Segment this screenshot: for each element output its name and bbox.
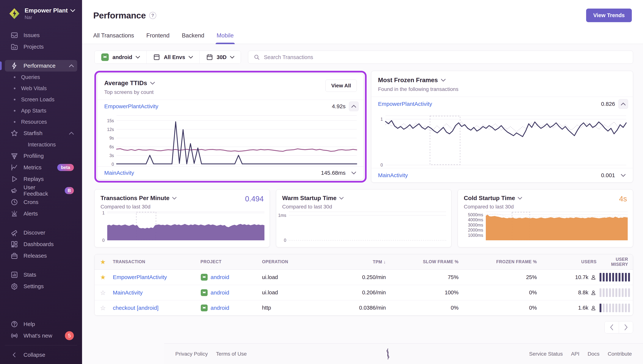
sidebar-item-releases[interactable]: Releases [5,250,77,262]
sidebar-item-metrics[interactable]: Metrics beta [5,162,77,173]
column-header-slow-frame[interactable]: SLOW FRAME % [387,259,460,264]
column-header-transaction[interactable]: TRANSACTION [111,259,199,264]
tpm-chart: 10 [95,210,270,242]
sidebar-item-performance[interactable]: Performance [5,60,77,72]
misery-bar [615,304,617,312]
sidebar-item-label: Settings [24,283,44,290]
star-toggle[interactable]: ☆ [95,289,111,296]
column-header-users[interactable]: USERS [538,259,598,264]
sidebar-item-label: What's new [24,332,52,339]
date-range-filter[interactable]: 30D [199,51,241,64]
axis-tick-label: 3000ms [468,222,483,228]
previous-page-button[interactable] [604,321,619,333]
cold-startup-title-dropdown[interactable]: Cold Startup Time [464,195,522,202]
user-misery-bars [598,273,633,282]
highlighted-widget-ring: Average TTIDs Top screens by count View … [94,71,367,182]
project-link[interactable]: android [211,274,229,280]
sidebar-item-crons[interactable]: Crons [5,196,77,208]
terms-of-use-link[interactable]: Terms of Use [216,351,247,357]
sidebar-item-queries[interactable]: Queries [5,72,77,83]
misery-bar [609,304,611,312]
frozen-frames-title-dropdown[interactable]: Most Frozen Frames [378,76,458,84]
tab-backend[interactable]: Backend [182,32,204,44]
android-project-icon [200,274,208,281]
project-link[interactable]: android [211,305,229,311]
b-badge: B [65,187,74,194]
sidebar-item-label: Projects [24,44,44,50]
tpm-cell: 0.206/min [326,290,387,296]
contribute-link[interactable]: Contribute [608,351,632,357]
operation-cell: ui.load [260,290,326,296]
column-header-project[interactable]: PROJECT [199,259,260,264]
transaction-link[interactable]: EmpowerPlantActivity [113,274,167,280]
column-header-user-misery[interactable]: USER MISERY [598,257,633,267]
frozen-row-mainactivity: MainActivity 0.001 [371,168,633,182]
column-header-tpm[interactable]: TPM ↓ [326,259,387,264]
transaction-link[interactable]: MainActivity [378,172,408,178]
sidebar-item-label: Interactions [28,142,56,148]
avg-ttids-title-dropdown[interactable]: Average TTIDs [104,80,155,86]
project-filter[interactable]: android [95,51,146,64]
sidebar-item-settings[interactable]: Settings [5,280,77,292]
sidebar-item-projects[interactable]: Projects [5,41,77,52]
help-circle-icon[interactable]: ? [149,12,156,19]
search-input[interactable] [264,54,628,60]
next-page-button[interactable] [619,321,633,333]
environment-filter[interactable]: All Envs [146,51,199,64]
transaction-link[interactable]: checkout [android] [113,305,159,311]
api-link[interactable]: API [571,351,579,357]
transaction-link[interactable]: EmpowerPlantActivity [378,101,432,107]
sidebar-item-help[interactable]: Help [5,318,77,330]
view-trends-button[interactable]: View Trends [586,8,632,22]
tab-all-transactions[interactable]: All Transactions [93,32,134,44]
transaction-link[interactable]: EmpowerPlantActivity [104,103,158,110]
warm-startup-title-dropdown[interactable]: Warm Startup Time [282,195,344,202]
transaction-link[interactable]: MainActivity [104,170,134,176]
expand-row-button[interactable] [349,168,359,178]
sidebar-item-resources[interactable]: Resources [5,116,77,128]
chevron-left-icon [10,350,19,359]
sidebar-item-issues[interactable]: Issues [5,30,77,41]
transaction-link[interactable]: MainActivity [113,290,143,296]
expand-row-button[interactable] [618,170,628,180]
sidebar-collapse-button[interactable]: Collapse [5,349,77,361]
tab-mobile[interactable]: Mobile [217,32,234,44]
tpm-title-dropdown[interactable]: Transactions Per Minute [101,195,177,202]
sidebar-item-starfish[interactable]: Starfish [5,128,77,139]
widget-subtitle: Found in the following transactions [378,86,458,92]
star-column-header[interactable]: ★ [95,258,111,266]
sidebar-item-screen-loads[interactable]: Screen Loads [5,94,77,105]
sidebar-item-profiling[interactable]: Profiling [5,150,77,162]
project-link[interactable]: android [211,290,229,296]
date-range-filter-label: 30D [217,54,227,60]
docs-link[interactable]: Docs [588,351,599,357]
sidebar-item-web-vitals[interactable]: Web Vitals [5,83,77,94]
sidebar-item-discover[interactable]: Discover [5,227,77,238]
sidebar-nav: Issues Projects Performance Queries Web … [0,30,82,292]
misery-bar [625,288,627,297]
sidebar-item-label: Web Vitals [21,85,47,92]
sidebar-item-replays[interactable]: Replays [5,173,77,185]
view-all-button[interactable]: View All [326,80,357,92]
column-header-frozen-frame[interactable]: FROZEN FRAME % [460,259,538,264]
sidebar-item-stats[interactable]: Stats [5,269,77,280]
star-toggle[interactable]: ☆ [95,304,111,312]
collapse-row-button[interactable] [349,102,359,111]
misery-bar [615,288,617,297]
sidebar-item-whats-new[interactable]: What's new 5 [5,330,77,342]
user-misery-bars [598,288,633,297]
sidebar-item-user-feedback[interactable]: User Feedback B [5,185,77,196]
sidebar-item-interactions[interactable]: Interactions [5,139,77,150]
sidebar-item-alerts[interactable]: Alerts [5,208,77,220]
privacy-policy-link[interactable]: Privacy Policy [175,351,208,357]
sidebar-item-dashboards[interactable]: Dashboards [5,238,77,250]
tab-frontend[interactable]: Frontend [146,32,170,44]
misery-bar [622,304,623,312]
column-header-operation[interactable]: OPERATION [260,259,326,264]
axis-tick-label: 5000ms [468,212,483,217]
service-status-link[interactable]: Service Status [529,351,563,357]
org-switcher[interactable]: Empower Plant Nar [0,5,82,22]
star-toggle[interactable]: ★ [95,274,111,281]
collapse-row-button[interactable] [618,99,628,109]
sidebar-item-app-starts[interactable]: App Starts [5,105,77,116]
